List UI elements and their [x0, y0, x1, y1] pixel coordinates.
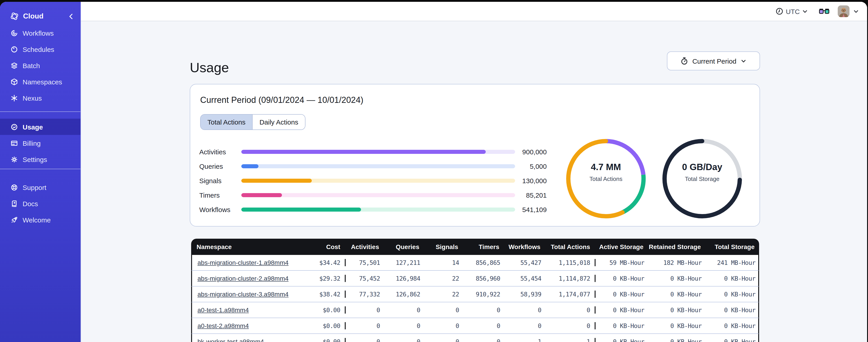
sidebar-item-docs[interactable]: Docs: [0, 195, 81, 212]
namespace-cell: abs-migration-cluster-3.a98mm4: [192, 290, 304, 298]
active-storage-cell: 0 KB-Hour: [595, 290, 649, 298]
sidebar-divider: [0, 169, 81, 169]
retained-storage-cell: 0 KB-Hour: [649, 306, 706, 314]
bar-value: 541,109: [515, 206, 547, 213]
sidebar-item-label: Welcome: [23, 216, 51, 224]
topbar: UTC: [81, 2, 867, 21]
retained-storage-cell: 182 MB-Hour: [649, 259, 706, 266]
sidebar-brand: Cloud: [0, 8, 81, 25]
cost-cell: $0.00: [304, 306, 346, 314]
signals-cell: 0: [425, 322, 464, 329]
sidebar-item-nexus[interactable]: Nexus: [0, 90, 81, 106]
timers-cell: 0: [464, 322, 505, 329]
bar-row-timers: Timers 85,201: [199, 188, 550, 202]
column-header-queries: Queries: [383, 243, 424, 250]
activities-cell: 0: [346, 338, 384, 342]
namespace-link[interactable]: a0-test-1.a98mm4: [197, 306, 249, 314]
total-storage-donut: [661, 138, 743, 219]
total-actions-cell: 0: [546, 306, 595, 314]
namespace-link[interactable]: abs-migration-cluster-1.a98mm4: [197, 259, 288, 266]
workflows-cell: 55,454: [505, 275, 546, 282]
page-title: Usage: [190, 60, 229, 75]
table-row: abs-migration-cluster-3.a98mm4 $38.42 77…: [191, 286, 759, 302]
namespace-link[interactable]: abs-migration-cluster-3.a98mm4: [197, 290, 288, 298]
bar-value: 900,000: [515, 148, 547, 156]
namespace-cell: abs-migration-cluster-2.a98mm4: [192, 275, 304, 282]
namespace-link[interactable]: a0-test-2.a98mm4: [197, 322, 249, 329]
total-actions-cell: 1,174,077: [546, 290, 595, 298]
bar-track: [241, 193, 515, 197]
bar-row-activities: Activities 900,000: [199, 144, 550, 159]
sidebar-item-label: Support: [23, 183, 46, 191]
signals-cell: 0: [425, 306, 464, 314]
bar-fill: [241, 207, 361, 211]
actions-tab-group: Total Actions Daily Actions: [200, 114, 305, 130]
sidebar-item-label: Billing: [23, 139, 41, 147]
sidebar-item-label: Schedules: [23, 45, 54, 53]
retained-storage-cell: 0 KB-Hour: [649, 275, 706, 282]
table-row: abs-migration-cluster-2.a98mm4 $29.32 75…: [191, 271, 759, 286]
reading-glasses-icon[interactable]: [819, 8, 830, 14]
sidebar-item-schedules[interactable]: Schedules: [0, 41, 81, 57]
tab-total-actions[interactable]: Total Actions: [200, 114, 252, 130]
sidebar-item-usage[interactable]: Usage: [0, 119, 81, 135]
queries-cell: 126,984: [384, 275, 425, 282]
signals-cell: 22: [425, 290, 464, 298]
queries-cell: 0: [384, 322, 425, 329]
sidebar-item-workflows[interactable]: Workflows: [0, 25, 81, 41]
sidebar-item-billing[interactable]: Billing: [0, 135, 81, 151]
sidebar-item-label: Namespaces: [23, 78, 62, 86]
namespace-cell: bk-worker-test.a98mm4: [192, 338, 304, 342]
column-header-namespace: Namespace: [191, 243, 303, 250]
sidebar-item-label: Batch: [23, 62, 40, 69]
queries-cell: 0: [384, 306, 425, 314]
chevron-down-icon[interactable]: [853, 8, 859, 14]
usage-icon: [10, 123, 18, 131]
namespace-cell: a0-test-2.a98mm4: [192, 322, 304, 329]
batch-icon: [10, 62, 18, 69]
retained-storage-cell: 0 KB-Hour: [649, 290, 706, 298]
tab-daily-actions[interactable]: Daily Actions: [252, 114, 305, 130]
sidebar-item-label: Workflows: [23, 29, 54, 37]
total-storage-cell: 0 KB-Hour: [706, 338, 760, 342]
column-header-cost: Cost: [303, 243, 345, 250]
activities-cell: 0: [346, 306, 384, 314]
sidebar-item-settings[interactable]: Settings: [0, 151, 81, 167]
sidebar-item-namespaces[interactable]: Namespaces: [0, 73, 81, 90]
sidebar-nav-footer: Support Docs Welcome: [0, 179, 81, 228]
timers-cell: 0: [464, 306, 505, 314]
bar-value: 85,201: [515, 191, 547, 199]
column-header-total-actions: Total Actions: [545, 243, 595, 250]
bar-track: [241, 164, 515, 168]
clock-icon: [775, 7, 783, 15]
table-row: abs-migration-cluster-1.a98mm4 $34.42 75…: [191, 255, 759, 271]
chevron-left-icon[interactable]: [67, 12, 75, 20]
column-header-retained-storage: Retained Storage: [648, 243, 705, 250]
sidebar-item-batch[interactable]: Batch: [0, 57, 81, 73]
sidebar: Cloud Workflows Schedules: [0, 2, 81, 342]
bar-label: Queries: [199, 162, 241, 170]
workflows-cell: 1: [505, 338, 546, 342]
sidebar-item-support[interactable]: Support: [0, 179, 81, 195]
activities-cell: 75,501: [346, 259, 384, 266]
namespace-link[interactable]: bk-worker-test.a98mm4: [197, 338, 264, 342]
bar-fill: [241, 193, 282, 197]
namespace-link[interactable]: abs-migration-cluster-2.a98mm4: [197, 275, 288, 282]
activities-cell: 77,332: [346, 290, 384, 298]
total-storage-cell: 241 MB-Hour: [706, 259, 760, 266]
total-storage-cell: 0 KB-Hour: [706, 306, 760, 314]
timezone-label: UTC: [786, 7, 800, 15]
user-avatar[interactable]: [838, 5, 849, 17]
total-actions-cell: 1: [546, 338, 595, 342]
sidebar-item-welcome[interactable]: Welcome: [0, 212, 81, 228]
settings-icon: [10, 156, 18, 163]
period-selector-button[interactable]: Current Period: [667, 52, 760, 70]
cost-cell: $0.00: [304, 322, 346, 329]
bar-row-workflows: Workflows 541,109: [199, 202, 550, 216]
timezone-selector[interactable]: UTC: [775, 7, 808, 15]
sidebar-item-label: Docs: [23, 200, 38, 207]
user-avatar-image: [838, 5, 849, 17]
total-actions-cell: 0: [546, 322, 595, 329]
billing-icon: [10, 139, 18, 147]
retained-storage-cell: 0 KB-Hour: [649, 322, 706, 329]
